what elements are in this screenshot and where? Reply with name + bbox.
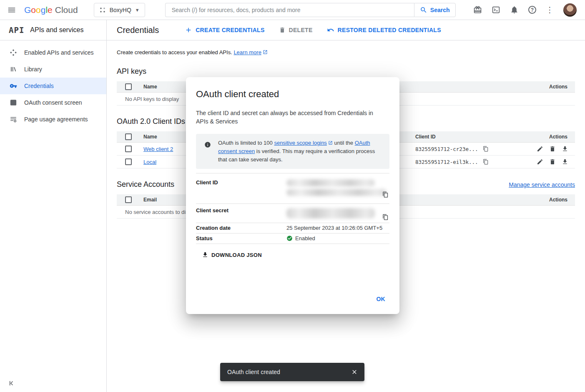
client-id-value: 83255951712-eil3k... (415, 159, 478, 165)
topbar-actions: ? ⋮ (473, 3, 585, 17)
header-checkbox[interactable] (125, 196, 132, 203)
api-logo: API (9, 25, 24, 35)
notifications-bell-icon[interactable] (510, 5, 519, 14)
sensitive-scope-logins-link[interactable]: sensitive scope logins (274, 140, 326, 146)
page-header: Credentials CREATE CREDENTIALS DELETE RE… (107, 20, 585, 40)
sidebar-header: API APIs and services (0, 20, 106, 40)
client-secret-label: Client secret (196, 207, 286, 219)
copy-icon[interactable] (483, 146, 489, 152)
copy-client-id-icon[interactable] (382, 191, 389, 198)
column-header-actions: Actions (549, 134, 575, 140)
service-accounts-section-title: Service Accounts (117, 180, 174, 189)
sidebar-item-oauth-consent[interactable]: OAuth consent screen (0, 94, 106, 111)
oauth-client-created-dialog: OAuth client created The client ID and s… (186, 77, 399, 314)
notice-panel: OAuth is limited to 100 sensitive scope … (196, 134, 389, 169)
consent-screen-icon (10, 99, 17, 106)
external-link-icon (263, 50, 268, 55)
dialog-body: The client ID and secret can always be a… (196, 109, 383, 126)
sidebar-item-label: OAuth consent screen (24, 99, 82, 106)
undo-icon (327, 26, 334, 34)
project-icon (99, 7, 106, 13)
status-label: Status (196, 235, 286, 241)
edit-icon[interactable] (537, 158, 543, 165)
delete-icon[interactable] (549, 146, 556, 152)
learn-more-link[interactable]: Learn more (233, 49, 261, 55)
avatar[interactable] (563, 3, 577, 17)
search-icon (420, 6, 427, 14)
sidebar-item-page-usage[interactable]: Page usage agreements (0, 111, 106, 128)
download-json-icon (202, 251, 208, 258)
copy-client-secret-icon[interactable] (382, 214, 389, 220)
redacted-client-id (286, 179, 375, 186)
library-icon (10, 65, 17, 73)
download-json-button[interactable]: DOWNLOAD JSON (198, 249, 265, 261)
client-name-link[interactable]: Local (143, 159, 156, 165)
collapse-sidebar-icon[interactable] (8, 379, 16, 387)
agreements-icon (10, 116, 17, 123)
cloud-shell-icon[interactable] (492, 5, 500, 14)
snackbar-close-icon[interactable] (349, 366, 360, 378)
sidebar-item-label: Enabled APIs and services (24, 49, 94, 56)
enabled-apis-icon (10, 49, 17, 56)
snackbar-message: OAuth client created (227, 369, 280, 375)
key-icon (10, 82, 17, 90)
delete-button[interactable]: DELETE (279, 27, 313, 33)
manage-service-accounts-link[interactable]: Manage service accounts (509, 181, 575, 188)
plus-icon (185, 26, 192, 34)
client-id-value: 83255951712-cr23e... (415, 146, 478, 152)
creation-date-value: 25 September 2023 at 10:26:05 GMT+5 (286, 225, 389, 231)
column-header-actions: Actions (549, 84, 575, 90)
gift-icon[interactable] (473, 5, 482, 14)
restore-deleted-credentials-button[interactable]: RESTORE DELETED CREDENTIALS (327, 26, 441, 34)
client-secret-row: Client secret (196, 204, 389, 223)
column-header-actions: Actions (549, 197, 575, 203)
status-check-icon (286, 235, 293, 241)
sidebar-item-label: Library (24, 66, 42, 73)
intro-text: Create credentials to access your enable… (117, 49, 575, 55)
redacted-client-id (286, 189, 387, 196)
copy-icon[interactable] (483, 159, 489, 165)
client-name-link[interactable]: Web client 2 (143, 146, 173, 152)
header-checkbox[interactable] (125, 133, 132, 140)
sidebar-nav: Enabled APIs and services Library Creden… (0, 40, 106, 128)
status-value: Enabled (295, 235, 315, 241)
sidebar-item-credentials[interactable]: Credentials (0, 78, 106, 94)
row-checkbox[interactable] (125, 158, 132, 165)
api-keys-section-title: API keys (117, 67, 575, 76)
download-icon[interactable] (562, 146, 568, 152)
search-input[interactable] (165, 3, 414, 17)
sidebar-item-label: Page usage agreements (24, 116, 88, 123)
header-checkbox[interactable] (125, 83, 132, 90)
sidebar-item-label: Credentials (24, 83, 54, 89)
dialog-fields: Client ID Client secret Creation date 25… (196, 173, 389, 244)
client-id-row: Client ID (196, 173, 389, 204)
search-bar: Search (165, 3, 456, 17)
column-header-client-id: Client ID (415, 134, 521, 140)
sidebar-item-enabled-apis[interactable]: Enabled APIs and services (0, 44, 106, 61)
snackbar: OAuth client created (220, 363, 364, 381)
create-credentials-button[interactable]: CREATE CREDENTIALS (185, 26, 264, 34)
edit-icon[interactable] (537, 146, 543, 152)
page-title: Credentials (117, 25, 159, 35)
trash-icon (279, 27, 286, 33)
sidebar-item-library[interactable]: Library (0, 61, 106, 78)
topbar: Google Cloud BoxyHQ ▼ Search ? ⋮ (0, 0, 585, 20)
more-vert-icon[interactable]: ⋮ (546, 6, 554, 14)
redacted-client-secret (286, 208, 375, 219)
delete-icon[interactable] (549, 158, 556, 165)
hamburger-menu-icon[interactable] (0, 0, 23, 20)
help-icon[interactable]: ? (528, 6, 536, 14)
caret-down-icon: ▼ (135, 8, 140, 13)
status-row: Status Enabled (196, 233, 389, 244)
sidebar: API APIs and services Enabled APIs and s… (0, 20, 107, 392)
row-checkbox[interactable] (125, 146, 132, 152)
creation-date-label: Creation date (196, 225, 286, 231)
ok-button[interactable]: OK (373, 293, 389, 305)
client-id-label: Client ID (196, 179, 286, 196)
project-selector[interactable]: BoxyHQ ▼ (94, 3, 145, 17)
notice-text: OAuth is limited to 100 sensitive scope … (218, 139, 383, 164)
dialog-title: OAuth client created (196, 89, 389, 100)
download-icon[interactable] (562, 158, 568, 165)
search-button[interactable]: Search (414, 3, 456, 17)
info-icon (204, 141, 211, 164)
